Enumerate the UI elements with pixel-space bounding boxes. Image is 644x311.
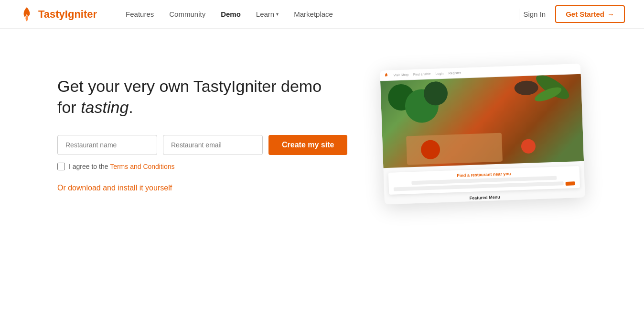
- form-row: Create my site: [57, 135, 344, 155]
- chevron-down-icon: ▾: [276, 11, 279, 17]
- download-install-link[interactable]: Or download and install it yourself: [57, 184, 172, 192]
- hero-section: Get your very own TastyIgniter demo for …: [0, 29, 644, 230]
- nav-link-learn[interactable]: Learn ▾: [256, 10, 279, 18]
- food-mushroom: [514, 80, 538, 96]
- demo-food-image: [380, 74, 584, 168]
- restaurant-email-input[interactable]: [163, 135, 263, 155]
- demo-menu-item-1: [389, 203, 452, 204]
- navbar: TastyIgniter Features Community Demo Lea…: [0, 0, 644, 29]
- demo-flame-icon: [384, 72, 388, 78]
- nav-item-learn[interactable]: Learn ▾: [256, 10, 279, 18]
- terms-row: I agree to the Terms and Conditions: [57, 163, 344, 170]
- arrow-icon: →: [607, 10, 614, 18]
- terms-link[interactable]: Terms and Conditions: [110, 163, 174, 170]
- demo-nav-text-2: Find a table: [413, 72, 431, 76]
- nav-item-community[interactable]: Community: [169, 10, 205, 19]
- nav-link-marketplace[interactable]: Marketplace: [294, 10, 333, 18]
- demo-menu-item-2: [454, 201, 516, 205]
- food-broccoli-3: [423, 81, 448, 106]
- logo-link[interactable]: TastyIgniter: [19, 7, 97, 22]
- nav-item-features[interactable]: Features: [126, 10, 154, 19]
- demo-nav-text-1: Visit Shop: [393, 73, 408, 77]
- create-site-button[interactable]: Create my site: [268, 135, 347, 155]
- demo-nav-text-4: Register: [449, 71, 461, 75]
- terms-text: I agree to the Terms and Conditions: [69, 163, 175, 170]
- food-tomato-2: [521, 139, 536, 154]
- flame-logo-icon: [19, 7, 34, 22]
- nav-right: Sign In Get Started →: [523, 5, 625, 23]
- nav-link-community[interactable]: Community: [169, 10, 205, 18]
- demo-content-area: Find a restaurant near you Featured Menu…: [383, 161, 585, 205]
- get-started-button[interactable]: Get Started →: [555, 5, 625, 23]
- hero-left: Get your very own TastyIgniter demo for …: [57, 76, 344, 192]
- nav-links: Features Community Demo Learn ▾ Marketpl…: [126, 10, 515, 19]
- demo-search-box: Find a restaurant near you: [388, 166, 580, 195]
- demo-screenshot: Visit Shop Find a table Login Register: [380, 64, 585, 204]
- logo-text: TastyIgniter: [38, 8, 97, 21]
- demo-menu-item-3: [518, 199, 580, 204]
- hero-right: Visit Shop Find a table Login Register: [382, 67, 583, 201]
- hero-title: Get your very own TastyIgniter demo for …: [57, 76, 344, 118]
- restaurant-name-input[interactable]: [57, 135, 157, 155]
- demo-find-button: [566, 181, 575, 186]
- demo-nav-text-3: Login: [435, 72, 443, 76]
- nav-link-features[interactable]: Features: [126, 10, 154, 18]
- nav-link-demo[interactable]: Demo: [221, 10, 241, 18]
- terms-checkbox[interactable]: [57, 163, 65, 170]
- nav-divider: [519, 9, 519, 20]
- nav-item-demo[interactable]: Demo: [221, 10, 241, 19]
- sign-in-link[interactable]: Sign In: [523, 10, 546, 18]
- nav-item-marketplace[interactable]: Marketplace: [294, 10, 333, 19]
